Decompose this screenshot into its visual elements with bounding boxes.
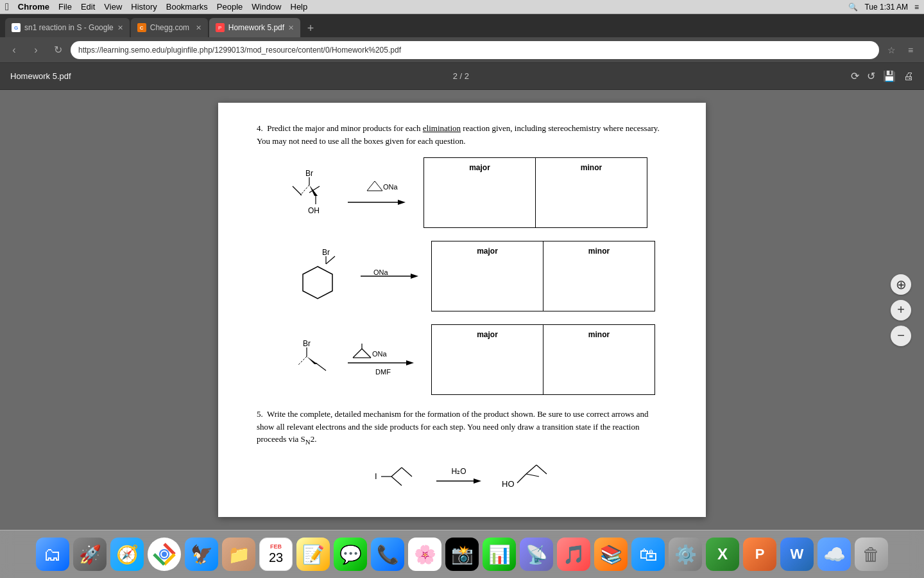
dock-settings[interactable]: ⚙️ [669, 538, 702, 571]
browser-toolbar: ‹ › ↻ https://learning.semo.edu/pluginfi… [0, 37, 924, 63]
dock-word[interactable]: W [780, 538, 814, 571]
menu-help[interactable]: Help [291, 2, 308, 12]
reaction-row-1: Br OH [282, 157, 667, 228]
dock-chrome[interactable] [148, 538, 181, 571]
menu-view[interactable]: View [104, 2, 122, 12]
menu-extras[interactable]: ≡ [914, 3, 919, 12]
bookmark-icon[interactable]: ☆ [883, 42, 900, 58]
menu-chrome[interactable]: Chrome [18, 2, 49, 12]
q5-product-svg: HO [501, 457, 552, 496]
tab-google[interactable]: G sn1 reaction in S - Google ✕ [5, 18, 130, 37]
svg-line-40 [517, 474, 526, 483]
svg-text:Br: Br [303, 339, 311, 348]
dock-safari[interactable]: 🧭 [110, 538, 144, 571]
svg-line-36 [402, 468, 412, 477]
svg-line-25 [353, 349, 362, 358]
reaction-2-left: Br [282, 247, 418, 305]
dock-finder[interactable]: 🗂 [36, 538, 69, 571]
forward-button[interactable]: › [27, 41, 45, 59]
menu-bar:  Chrome File Edit View History Bookmark… [0, 0, 924, 14]
dock-excel[interactable]: X [706, 538, 739, 571]
pdf-download[interactable]: 💾 [883, 70, 896, 82]
svg-text:ONa: ONa [373, 268, 389, 276]
answer-box-3-major: major [431, 324, 543, 395]
dock-facetime[interactable]: 📞 [371, 538, 404, 571]
dock-photos2[interactable]: 📸 [445, 538, 479, 571]
pdf-page: 4. Predict the major and minor products … [218, 103, 706, 517]
reaction-row-3: Br [282, 324, 667, 395]
dock-books[interactable]: 📚 [594, 538, 628, 571]
tab-chegg[interactable]: C Chegg.com ✕ [131, 18, 208, 37]
tab-label-google: sn1 reaction in S - Google [24, 23, 114, 32]
dock-trash[interactable]: 🗑 [855, 538, 888, 571]
answer-box-1-major: major [424, 157, 536, 228]
question-5-text: 5. Write the complete, detailed mechanis… [257, 408, 667, 447]
tab-close-google[interactable]: ✕ [117, 24, 123, 32]
svg-text:OH: OH [308, 206, 320, 215]
zoom-full-button[interactable]: ⊕ [891, 274, 911, 295]
menu-edit[interactable]: Edit [81, 2, 95, 12]
pdf-content-area[interactable]: 4. Predict the major and minor products … [0, 90, 924, 530]
q5-reactant-svg: I [372, 457, 417, 496]
menu-people[interactable]: People [217, 2, 243, 12]
menu-window[interactable]: Window [252, 2, 281, 12]
svg-marker-31 [406, 360, 414, 365]
reaction-row-2: Br [282, 241, 667, 311]
apple-menu[interactable]:  [5, 1, 9, 13]
dock-music[interactable]: 🎵 [557, 538, 590, 571]
q5-reaction: I H₂O [257, 457, 667, 496]
minor-label-1: minor [581, 163, 602, 172]
svg-text:Br: Br [322, 248, 330, 257]
tab-close-chegg[interactable]: ✕ [196, 24, 201, 32]
q5-arrow: H₂O [436, 467, 481, 486]
svg-text:I: I [375, 471, 377, 481]
reaction-2-arrow: ONa [361, 268, 418, 284]
tab-pdf[interactable]: P Homework 5.pdf ✕ [209, 18, 300, 37]
address-bar[interactable]: https://learning.semo.edu/pluginfile.php… [71, 41, 879, 59]
dock-keynote[interactable]: 📡 [520, 538, 553, 571]
dock-numbers[interactable]: 📊 [483, 538, 516, 571]
svg-text:ONa: ONa [372, 350, 388, 358]
menu-bookmarks[interactable]: Bookmarks [166, 2, 208, 12]
zoom-controls: ⊕ + − [891, 274, 911, 346]
zoom-in-button[interactable]: + [891, 300, 911, 320]
dock-notes[interactable]: 📝 [296, 538, 330, 571]
svg-line-7 [293, 186, 302, 195]
answer-box-2-minor: minor [543, 241, 655, 311]
dock-calendar[interactable]: FEB 23 [259, 538, 293, 571]
pdf-zoom-reset[interactable]: ⟳ [851, 70, 859, 82]
pdf-title: Homework 5.pdf [10, 71, 71, 81]
spotlight-icon[interactable]: 🔍 [848, 3, 858, 12]
menu-history[interactable]: History [131, 2, 157, 12]
reaction-3-arrow: ONa DMF [348, 344, 418, 376]
dock-powerpoint[interactable]: P [743, 538, 776, 571]
new-tab-button[interactable]: + [302, 19, 320, 37]
refresh-button[interactable]: ↻ [49, 41, 67, 59]
dock: 🗂 🚀 🧭 🦅 📁 FEB 23 📝 💬 📞 🌸 📸 📊 📡 🎵 📚 🛍 ⚙️ … [0, 530, 924, 578]
major-label-2: major [477, 247, 498, 256]
zoom-out-button[interactable]: − [891, 326, 911, 346]
back-button[interactable]: ‹ [5, 41, 23, 59]
reaction-1-left: Br OH [282, 167, 411, 218]
pdf-print[interactable]: 🖨 [903, 71, 914, 82]
dock-appstore[interactable]: 🛍 [631, 538, 665, 571]
pdf-rotate[interactable]: ↺ [867, 70, 875, 82]
dock-folder[interactable]: 📁 [222, 538, 255, 571]
menu-file[interactable]: File [58, 2, 72, 12]
dock-launchpad[interactable]: 🚀 [73, 538, 107, 571]
svg-line-23 [298, 356, 307, 365]
pdf-header: Homework 5.pdf 2 / 2 ⟳ ↺ 💾 🖨 [0, 63, 924, 90]
extensions-icon[interactable]: ≡ [902, 42, 919, 58]
dock-photos[interactable]: 🌸 [408, 538, 441, 571]
svg-marker-9 [367, 181, 382, 191]
arrow-reagent-2: ONa [361, 268, 418, 284]
svg-line-34 [391, 468, 402, 477]
dock-bird[interactable]: 🦅 [185, 538, 218, 571]
answer-boxes-3: major minor [431, 324, 655, 395]
svg-line-42 [526, 474, 539, 477]
svg-text:ONa: ONa [383, 183, 398, 191]
tab-close-pdf[interactable]: ✕ [288, 24, 294, 32]
arrow-reagent-3: ONa [348, 344, 418, 367]
dock-icloud[interactable]: ☁️ [817, 538, 851, 571]
dock-messages[interactable]: 💬 [334, 538, 367, 571]
